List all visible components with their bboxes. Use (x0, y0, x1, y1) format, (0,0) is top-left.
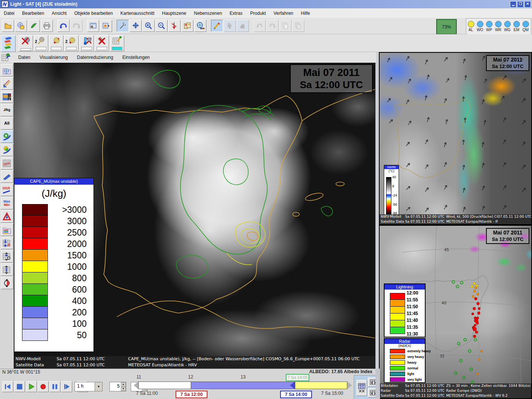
sidebar-grid-zoom-button[interactable] (1, 250, 13, 263)
sidebar-map-values-button[interactable]: 20100 (1, 90, 13, 103)
sidebar-grid-values-button[interactable]: 7374 (1, 157, 13, 169)
delete-object-button[interactable] (19, 35, 33, 51)
sidebar-delta-button[interactable] (1, 210, 13, 223)
timeline-segment-future[interactable] (295, 382, 347, 389)
spinner-value: 5 (110, 382, 121, 391)
close-button[interactable]: ✕ (524, 1, 531, 8)
hand-tool-button[interactable] (237, 20, 249, 32)
zoom-out-button[interactable] (155, 20, 168, 32)
main-map-scene[interactable]: Mai 07 2011 Sa 12:00 UTC CAPE_MU(max uns… (14, 63, 375, 369)
play-button[interactable] (26, 381, 37, 392)
stop-button[interactable] (14, 381, 25, 392)
menu-datei[interactable]: Datei (0, 9, 18, 17)
menu-kartenausschnitt[interactable]: Kartenausschnitt (117, 9, 158, 17)
save-button[interactable] (15, 20, 27, 32)
record-button[interactable] (38, 381, 49, 392)
menu-produkt[interactable]: Produkt (246, 9, 269, 17)
menu-verfahren[interactable]: Verfahren (270, 9, 297, 17)
delete-tools-button[interactable] (95, 35, 109, 51)
export-button[interactable] (28, 20, 40, 32)
title-bar[interactable]: Light - SAT [4] (ZUE sto/admin) ▁ ❐ ✕ (0, 0, 532, 8)
tool-2a-button[interactable]: 2 (34, 35, 48, 51)
tool-2b-button[interactable]: 2 (64, 35, 79, 51)
menu-hauptszene[interactable]: Hauptszene (158, 9, 190, 17)
print-button[interactable] (41, 20, 53, 32)
scene-menu-daten[interactable]: Daten (14, 53, 35, 62)
quick-al-button[interactable]: AL (466, 19, 475, 34)
sidebar-maxmin-button[interactable]: MaxMin (1, 197, 13, 209)
zoom-in-button[interactable] (142, 20, 155, 32)
radar-swatch (390, 360, 405, 365)
paste-button[interactable] (292, 20, 304, 32)
scene-menu-visualisierung[interactable]: Visualisierung (35, 53, 73, 62)
scene-window-button[interactable] (87, 20, 99, 32)
open-button[interactable] (2, 20, 14, 32)
sidebar-curve-a-button[interactable] (1, 130, 13, 143)
lightning-swatch (390, 307, 405, 314)
colorbar-tick: -24 (392, 193, 399, 197)
timeline-scroll-left[interactable] (134, 382, 138, 389)
scene-menu-datenreduzierung[interactable]: Datenreduzierung (73, 53, 118, 62)
sidebar-grid-arrows-button[interactable] (1, 263, 13, 276)
sidebar-data-folder-button[interactable] (1, 64, 13, 76)
sidebar-draw-button[interactable] (1, 77, 13, 90)
step-forward-button[interactable] (61, 381, 72, 392)
copy-button[interactable] (279, 20, 291, 32)
sidebar-curve-b-button[interactable] (1, 144, 13, 156)
quick-wr-button[interactable]: WR (494, 19, 503, 34)
quick-wg-button[interactable]: WG (503, 19, 512, 34)
restore-button[interactable]: ❐ (517, 1, 524, 8)
sidebar-grid-sort-red-button[interactable] (1, 237, 13, 249)
loop-count-spinner[interactable]: 5 ▲▼ (109, 382, 126, 391)
undo-edit-button[interactable] (253, 20, 266, 32)
menu-objekte-bearbeiten[interactable]: Objekte bearbeiten (70, 9, 116, 17)
quick-wo-button[interactable]: WO (475, 19, 484, 34)
scene-copy-button[interactable] (100, 20, 112, 32)
undo-button[interactable] (57, 20, 70, 32)
pan-tool-button[interactable] (130, 20, 142, 32)
timeline-segment-loaded[interactable] (191, 382, 295, 389)
menu-hilfe[interactable]: Hilfe (297, 9, 314, 17)
zoom-cancel-button[interactable] (168, 20, 180, 32)
menu-bearbeiten[interactable]: Bearbeiten (18, 9, 48, 17)
layers-button[interactable] (1, 35, 16, 52)
select-tool-button[interactable] (117, 20, 129, 32)
timeline-segment-past[interactable] (138, 382, 191, 389)
data-table-button[interactable] (356, 380, 367, 396)
sidebar-palette-folder-button[interactable] (1, 223, 13, 236)
spinner-down-icon[interactable]: ▼ (121, 387, 126, 391)
grid-edit-button[interactable] (110, 35, 124, 51)
chevron-down-icon[interactable]: ▼ (95, 382, 102, 391)
menu-nebenszenen[interactable]: Nebenszenen (190, 9, 226, 17)
pointer-tool-button[interactable] (224, 20, 236, 32)
quick-em-button[interactable]: EM (512, 19, 521, 34)
wind-satellite-panel[interactable]: Mai 07 2011 Sa 12:00 UTC Satellite Data … (379, 52, 532, 225)
draw-tool-button[interactable] (211, 20, 223, 32)
interval-dropdown[interactable]: 1 h ▼ (74, 382, 103, 391)
minimize-button[interactable]: ▁ (510, 1, 516, 8)
distance-km-button[interactable]: km (194, 20, 206, 32)
sidebar-jkg-button[interactable]: J/kg (1, 104, 13, 116)
tool-edit-button[interactable] (49, 35, 63, 51)
redo-button[interactable] (70, 20, 82, 32)
sidebar-brush-button[interactable] (1, 170, 13, 183)
delete-temp-button[interactable] (79, 35, 94, 51)
step-back-button[interactable] (2, 381, 13, 392)
sidebar-isobar-button[interactable]: 1015 (1, 184, 13, 196)
sidebar-sphere-nav-button[interactable] (1, 277, 13, 289)
lightning-time-label: 11:50 (407, 304, 425, 309)
pause-button[interactable] (49, 381, 60, 392)
timeline-scroll-right[interactable] (347, 382, 352, 389)
quick-qm-button[interactable]: QM (521, 19, 530, 34)
timeline-table-buttons (354, 375, 376, 399)
spinner-up-icon[interactable]: ▲ (121, 382, 126, 387)
map-marker-button[interactable] (181, 20, 193, 32)
sidebar-all-button[interactable]: All (1, 117, 13, 130)
quick-wp-button[interactable]: WP (484, 19, 494, 34)
lightning-radar-panel[interactable]: 45 40 35 Mai 07 2011 Sa 12:00 UTC Lightn… (379, 225, 532, 399)
menu-extras[interactable]: Extras (226, 9, 246, 17)
timeline-range-end-marker[interactable] (290, 382, 295, 389)
redo-edit-button[interactable] (266, 20, 279, 32)
scene-menu-einstellungen[interactable]: Einstellungen (118, 53, 154, 62)
menu-ansicht[interactable]: Ansicht (48, 9, 70, 17)
